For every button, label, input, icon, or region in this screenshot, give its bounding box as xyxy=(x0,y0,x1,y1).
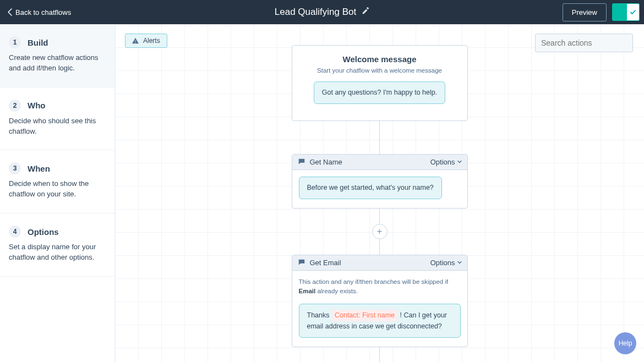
alerts-button[interactable]: Alerts xyxy=(125,34,167,48)
app-header: Back to chatflows Lead Qualifying Bot Pr… xyxy=(0,0,644,24)
flow-canvas[interactable]: Alerts Welcome message Start your chatfl… xyxy=(115,24,644,362)
publish-toggle[interactable] xyxy=(612,3,640,21)
add-action-button[interactable]: + xyxy=(372,224,388,239)
chevron-down-icon xyxy=(457,260,462,265)
step-desc: Set a display name for your chatflow and… xyxy=(9,242,106,263)
search-actions[interactable] xyxy=(535,34,633,52)
step-number: 2 xyxy=(9,100,21,112)
edit-title-icon[interactable] xyxy=(362,7,369,17)
step-desc: Decide who should see this chatflow. xyxy=(9,116,106,137)
sidebar-step-when[interactable]: 3 When Decide when to show the chatflow … xyxy=(0,150,114,213)
welcome-subtitle: Start your chatflow with a welcome messa… xyxy=(292,67,467,74)
chevron-left-icon xyxy=(8,8,12,16)
get-email-node[interactable]: Get Email Options This action and any if… xyxy=(292,255,468,347)
connector xyxy=(379,239,380,255)
step-title: Who xyxy=(28,101,45,110)
step-title: Build xyxy=(28,38,48,47)
sidebar-step-build[interactable]: 1 Build Create new chatflow actions and … xyxy=(0,24,114,87)
connector xyxy=(379,347,380,363)
chat-icon xyxy=(298,158,305,166)
check-icon xyxy=(626,3,640,21)
warning-icon xyxy=(132,37,139,44)
welcome-title: Welcome message xyxy=(292,54,467,64)
node-options-button[interactable]: Options xyxy=(430,259,462,267)
chat-icon xyxy=(298,259,305,266)
back-label: Back to chatflows xyxy=(15,8,71,17)
page-title: Lead Qualifying Bot xyxy=(275,7,356,18)
step-number: 1 xyxy=(9,36,21,48)
get-email-message: Thanks Contact: First name ! Can I get y… xyxy=(299,304,461,338)
welcome-message: Got any questions? I'm happy to help. xyxy=(314,81,445,104)
options-label: Options xyxy=(430,259,455,267)
preview-button[interactable]: Preview xyxy=(563,3,607,21)
alerts-label: Alerts xyxy=(143,37,160,45)
chevron-down-icon xyxy=(457,160,462,164)
help-button[interactable]: Help xyxy=(614,332,636,354)
node-label: Get Email xyxy=(310,259,341,267)
node-options-button[interactable]: Options xyxy=(430,158,462,166)
step-desc: Create new chatflow actions and add if/t… xyxy=(9,53,106,74)
contact-token: Contact: First name xyxy=(331,310,398,321)
get-name-message: Before we get started, what's your name? xyxy=(299,177,442,199)
options-label: Options xyxy=(430,158,455,166)
connector xyxy=(379,121,380,154)
get-name-node[interactable]: Get Name Options Before we get started, … xyxy=(292,154,468,209)
step-title: Options xyxy=(28,227,59,237)
search-input[interactable] xyxy=(541,39,637,47)
node-label: Get Name xyxy=(310,158,342,166)
welcome-node[interactable]: Welcome message Start your chatflow with… xyxy=(292,45,468,121)
step-number: 3 xyxy=(9,162,21,174)
step-number: 4 xyxy=(9,226,21,238)
build-steps-sidebar: 1 Build Create new chatflow actions and … xyxy=(0,24,115,362)
skip-note: This action and any if/then branches wil… xyxy=(299,277,461,297)
sidebar-step-who[interactable]: 2 Who Decide who should see this chatflo… xyxy=(0,87,114,151)
step-desc: Decide when to show the chatflow on your… xyxy=(9,179,106,200)
sidebar-step-options[interactable]: 4 Options Set a display name for your ch… xyxy=(0,213,114,277)
help-label: Help xyxy=(619,339,632,347)
back-to-chatflows-link[interactable]: Back to chatflows xyxy=(4,8,71,17)
step-title: When xyxy=(28,164,50,173)
connector xyxy=(379,209,380,224)
